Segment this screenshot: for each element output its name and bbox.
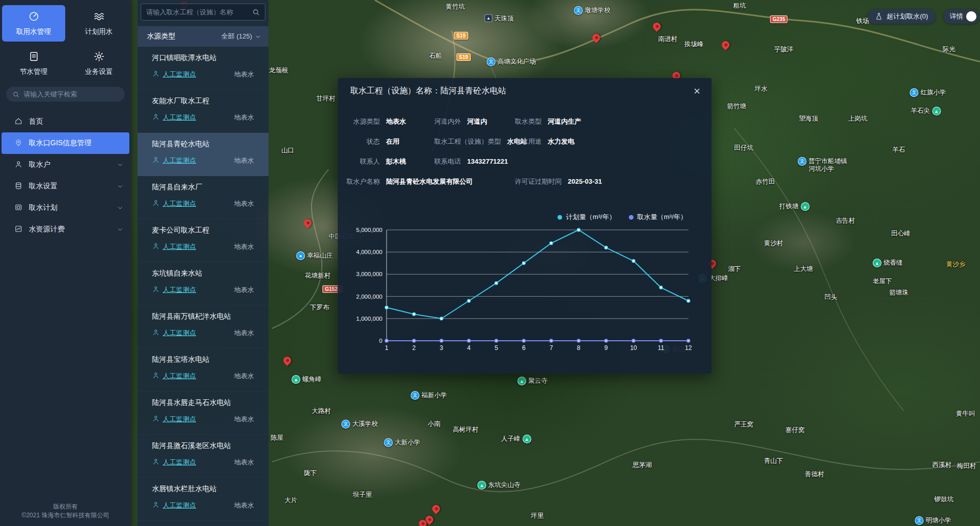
- scenic-pin-icon: ▲: [517, 377, 526, 385]
- manual-monitor-link[interactable]: 人工监测点: [152, 328, 196, 338]
- manual-monitor-link[interactable]: 人工监测点: [152, 156, 196, 165]
- map-label[interactable]: 人子嶂▲: [501, 435, 531, 443]
- sidebar-item-1[interactable]: 首页: [0, 111, 131, 132]
- legend-item[interactable]: 计划量（m³/年）: [558, 212, 616, 222]
- manual-monitor-link[interactable]: 人工监测点: [152, 285, 196, 295]
- home-icon: [14, 117, 23, 127]
- manual-monitor-link[interactable]: 人工监测点: [152, 199, 196, 208]
- poi-pin-icon: ●: [296, 251, 305, 260]
- sidebar-search[interactable]: [6, 87, 125, 102]
- toggle-knob[interactable]: [966, 11, 976, 22]
- sidebar-item-5[interactable]: 取水计划: [0, 197, 131, 219]
- map-label: S19: [456, 53, 471, 61]
- school-pin-icon: 文: [574, 6, 583, 15]
- station-list-item[interactable]: 陆河县水唇走马石水电站人工监测点地表水: [138, 392, 268, 435]
- svg-text:4: 4: [467, 344, 471, 352]
- manual-monitor-link[interactable]: 人工监测点: [152, 70, 196, 79]
- map-label: 善德村: [805, 471, 824, 478]
- legend-item[interactable]: 取水量（m³/年）: [629, 212, 687, 222]
- search-icon: [252, 8, 260, 16]
- map-label: 严王窝: [734, 421, 754, 428]
- svg-text:3: 3: [440, 344, 444, 352]
- detail-toggle[interactable]: 详情: [944, 9, 979, 24]
- module-tile-3[interactable]: 节水管理: [2, 45, 65, 82]
- module-tile-4[interactable]: 业务设置: [67, 45, 130, 82]
- map-label: 箭竹塘: [727, 103, 746, 110]
- station-list-item[interactable]: 麦卡公司取水工程人工监测点地表水: [138, 219, 268, 262]
- school-pin-icon: 文: [910, 88, 918, 97]
- manual-monitor-link[interactable]: 人工监测点: [152, 113, 196, 122]
- sidebar-item-3[interactable]: 取水户: [0, 154, 131, 176]
- station-list-item[interactable]: 陆河县青砼水电站人工监测点地表水: [138, 133, 268, 176]
- map-label[interactable]: 打铁塘▲: [779, 202, 810, 211]
- chevron-down-icon: [117, 204, 124, 211]
- close-icon[interactable]: ×: [694, 86, 700, 96]
- station-list-item[interactable]: 陆河县激石溪老区水电站人工监测点地表水: [138, 435, 268, 478]
- map-label: 铁场: [856, 17, 869, 25]
- manual-monitor-link[interactable]: 人工监测点: [152, 501, 196, 510]
- map-label[interactable]: 文墩塘学校: [574, 6, 610, 15]
- map-label: 小南: [428, 420, 440, 428]
- manual-monitor-link[interactable]: 人工监测点: [152, 372, 196, 381]
- info-field: 河道内外河道内: [434, 117, 487, 126]
- map-label[interactable]: 文大新小学: [384, 438, 420, 447]
- map-label[interactable]: 文福新小学: [411, 391, 447, 400]
- map-label[interactable]: 文明塘小学: [915, 516, 951, 525]
- station-list-item[interactable]: 友能水厂取水工程人工监测点地表水: [138, 90, 268, 133]
- map-label[interactable]: ▲聚云寺: [517, 377, 548, 385]
- map-label[interactable]: ▲烧香缝: [873, 259, 903, 267]
- sidebar-search-input[interactable]: [24, 90, 119, 98]
- person-icon: [152, 458, 160, 467]
- module-tile-2[interactable]: 计划用水: [67, 5, 130, 42]
- map-label: 坪里: [531, 512, 544, 520]
- sidebar-item-2[interactable]: 取水口GIS信息管理: [2, 132, 129, 154]
- water-type: 地表水: [234, 199, 254, 208]
- map-label: 南进村: [658, 35, 678, 43]
- station-list-item[interactable]: 东坑镇自来水站人工监测点地表水: [138, 262, 268, 305]
- water-type: 地表水: [234, 113, 254, 122]
- peak-icon: ▲: [485, 14, 492, 22]
- school-pin-icon: 文: [915, 516, 924, 525]
- water-type: 地表水: [234, 372, 254, 381]
- station-list-item[interactable]: 水唇镇水栏肚水电站人工监测点地表水: [138, 478, 268, 521]
- map-label: 锣鼓坑: [934, 496, 954, 503]
- water-type: 地表水: [234, 70, 254, 79]
- manual-monitor-link[interactable]: 人工监测点: [152, 415, 196, 424]
- scenic-pin-icon: ▲: [932, 107, 941, 115]
- sidebar-item-6[interactable]: 水资源计费: [0, 219, 131, 240]
- manual-monitor-link[interactable]: 人工监测点: [152, 242, 196, 251]
- map-label[interactable]: 羊石尖▲: [911, 107, 941, 115]
- station-list-item[interactable]: 陆河县自来水厂人工监测点地表水: [138, 176, 268, 219]
- station-list-item[interactable]: 陆河县南万镇杞洋水电站人工监测点地表水: [138, 305, 268, 348]
- map-label[interactable]: 文普宁市船埔镇 河坑小学: [798, 157, 847, 173]
- filter-dropdown[interactable]: 全部 (125): [221, 32, 261, 41]
- module-tile-1[interactable]: 取用水管理: [2, 5, 65, 42]
- map-label: 黄牛叫: [956, 410, 975, 418]
- station-list-item[interactable]: 河口镇唱歌潭水电站人工监测点地表水: [138, 47, 268, 90]
- app-module-grid: 取用水管理计划用水节水管理业务设置: [0, 0, 131, 80]
- manual-monitor-link[interactable]: 人工监测点: [152, 458, 196, 467]
- map-label[interactable]: ●幸福山庄: [296, 251, 333, 260]
- info-row: 联系人彭木桃联系电话13432771221: [338, 157, 712, 177]
- school-pin-icon: 文: [487, 57, 495, 66]
- flask-icon: [875, 12, 883, 21]
- station-search-input[interactable]: [146, 8, 252, 16]
- chevron-down-icon: [117, 161, 124, 168]
- sidebar-item-4[interactable]: 取水设置: [0, 176, 131, 197]
- map-label[interactable]: 文高塘文化广场: [487, 57, 536, 66]
- person-icon: [152, 372, 160, 381]
- station-list-item[interactable]: 陆河县宝塔水电站人工监测点地表水: [138, 348, 268, 392]
- chevron-down-icon: [117, 226, 124, 233]
- svg-text:12: 12: [685, 344, 692, 352]
- svg-text:6: 6: [522, 344, 526, 352]
- map-label[interactable]: ▲东坑尖山寺: [477, 481, 521, 490]
- person-icon: [152, 285, 160, 295]
- station-search[interactable]: [141, 4, 265, 21]
- modal-title: 取水工程（设施）名称：陆河县青砼水电站: [350, 86, 506, 96]
- map-label[interactable]: 文红旗小学: [910, 88, 946, 97]
- over-plan-intake-badge[interactable]: 超计划取水(0): [868, 9, 935, 24]
- map-label[interactable]: 文大溪学校: [341, 420, 378, 428]
- map-label[interactable]: ▲螺角嶂: [292, 375, 322, 384]
- map-label: 陇下: [304, 470, 317, 477]
- person-icon: [152, 156, 160, 165]
